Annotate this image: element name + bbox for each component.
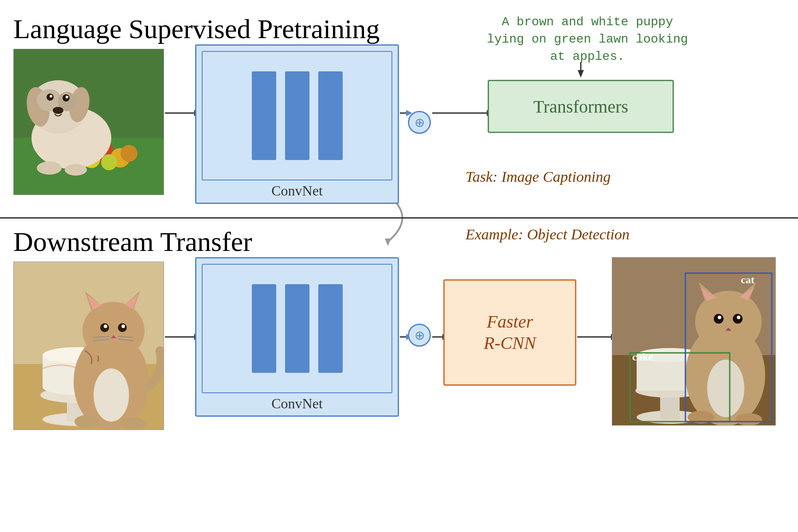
conv-bar-3	[318, 71, 343, 160]
convnet-box-top: ConvNet	[195, 44, 399, 204]
convnet-inner-bottom	[202, 264, 392, 393]
svg-point-35	[53, 107, 63, 114]
convnet-label-bottom: ConvNet	[196, 395, 398, 412]
svg-point-55	[104, 325, 107, 328]
svg-point-34	[66, 96, 68, 98]
conv-bar-6	[318, 284, 343, 373]
transformers-box: Transformers	[488, 80, 674, 133]
convnet-inner-top	[202, 51, 392, 180]
conv-bar-2	[285, 71, 309, 160]
conv-bar-4	[252, 284, 276, 373]
detection-scene-svg: cake cat	[612, 258, 776, 426]
svg-point-86	[735, 413, 762, 426]
plus-circle-top: ⊕	[408, 111, 431, 134]
dog-image	[13, 49, 164, 195]
section-title-pretraining: Language Supervised Pretraining	[13, 13, 379, 45]
cat-scene-svg	[14, 262, 164, 430]
example-label: Example: Object Detection	[466, 226, 630, 243]
svg-point-63	[74, 415, 99, 428]
section-title-downstream: Downstream Transfer	[13, 226, 252, 258]
section-divider	[0, 217, 798, 219]
svg-point-56	[121, 325, 125, 328]
plus-circle-bottom: ⊕	[408, 324, 431, 347]
svg-text:cake: cake	[632, 351, 653, 363]
svg-point-37	[65, 164, 87, 176]
faster-rcnn-label: FasterR-CNN	[484, 311, 536, 354]
svg-text:cat: cat	[741, 274, 755, 286]
conv-bar-5	[285, 284, 309, 373]
main-container: Language Supervised Pretraining A brown …	[0, 0, 798, 532]
convnet-label-top: ConvNet	[196, 183, 398, 199]
svg-point-64	[121, 417, 146, 430]
svg-point-81	[718, 316, 721, 319]
svg-point-62	[94, 368, 129, 422]
svg-point-82	[737, 316, 740, 319]
svg-point-84	[707, 360, 744, 417]
convnet-box-bottom: ConvNet	[195, 257, 399, 417]
svg-point-24	[121, 145, 137, 162]
svg-point-36	[37, 161, 62, 175]
top-section: Language Supervised Pretraining A brown …	[0, 9, 798, 222]
caption-text: A brown and white puppy lying on green l…	[483, 13, 692, 66]
transformers-label: Transformers	[533, 96, 628, 117]
dog-scene-svg	[14, 49, 164, 195]
svg-point-33	[50, 95, 52, 98]
svg-point-23	[101, 154, 117, 170]
conv-bar-1	[252, 71, 276, 160]
task-label: Task: Image Captioning	[466, 168, 610, 185]
cat-image	[13, 262, 164, 430]
faster-rcnn-box: FasterR-CNN	[443, 279, 576, 386]
detection-image: cake cat	[612, 257, 776, 426]
bottom-section: Downstream Transfer Example: Object Dete…	[0, 222, 798, 523]
